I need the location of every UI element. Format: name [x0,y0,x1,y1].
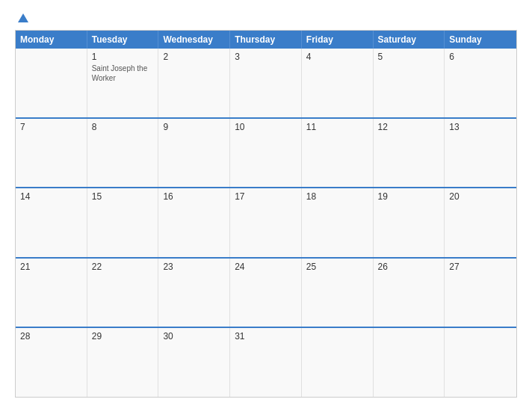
day-number: 24 [235,262,297,272]
calendar-cell [16,49,87,117]
day-number: 7 [20,122,82,132]
day-number: 3 [235,52,297,62]
calendar-cell [302,328,374,397]
calendar-cell: 19 [374,188,445,257]
day-number: 5 [378,52,440,62]
calendar-cell: 29 [87,328,159,397]
calendar-cell: 11 [302,119,374,188]
header-day-sunday: Sunday [445,31,516,49]
calendar-cell: 20 [445,188,516,257]
day-number: 13 [449,122,512,132]
header-day-tuesday: Tuesday [87,31,159,49]
calendar-cell: 13 [445,119,516,188]
day-number: 28 [20,331,82,342]
header-day-wednesday: Wednesday [158,31,230,49]
day-number: 6 [449,52,512,62]
calendar-cell: 24 [230,259,302,327]
day-number: 18 [306,191,368,202]
day-number: 22 [92,262,154,272]
calendar-cell: 7 [16,119,87,188]
calendar-cell: 30 [158,328,230,397]
calendar-week-5: 28293031 [16,327,516,397]
page: MondayTuesdayWednesdayThursdayFridaySatu… [0,0,532,411]
calendar-cell: 26 [374,259,445,327]
calendar-cell: 5 [374,49,445,117]
day-number: 11 [306,122,368,132]
calendar-cell: 16 [158,188,230,257]
calendar-cell: 25 [302,259,374,327]
day-number: 8 [92,122,154,132]
calendar-header-row: MondayTuesdayWednesdayThursdayFridaySatu… [16,31,516,49]
day-number: 16 [163,191,225,202]
day-number: 20 [449,191,512,202]
calendar: MondayTuesdayWednesdayThursdayFridaySatu… [15,30,517,398]
calendar-week-1: 1Saint Joseph the Worker23456 [16,49,516,117]
logo [15,13,28,22]
calendar-cell: 31 [230,328,302,397]
day-number: 29 [92,331,154,342]
calendar-cell: 2 [158,49,230,117]
day-number: 1 [92,52,154,62]
calendar-cell: 8 [87,119,159,188]
day-number: 2 [163,52,225,62]
day-number: 9 [163,122,225,132]
day-number: 12 [378,122,440,132]
header [15,13,517,22]
day-number: 19 [378,191,440,202]
calendar-week-3: 14151617181920 [16,187,516,257]
calendar-cell: 1Saint Joseph the Worker [87,49,159,117]
holiday-label: Saint Joseph the Worker [92,64,154,83]
day-number: 27 [449,262,512,272]
day-number: 21 [20,262,82,272]
day-number: 4 [306,52,368,62]
calendar-cell: 4 [302,49,374,117]
header-day-saturday: Saturday [374,31,445,49]
calendar-week-2: 78910111213 [16,117,516,188]
day-number: 26 [378,262,440,272]
calendar-cell: 3 [230,49,302,117]
calendar-cell: 6 [445,49,516,117]
day-number: 23 [163,262,225,272]
header-day-thursday: Thursday [230,31,302,49]
day-number: 17 [235,191,297,202]
calendar-cell [445,328,516,397]
calendar-cell [374,328,445,397]
calendar-cell: 18 [302,188,374,257]
day-number: 31 [235,331,297,342]
header-day-monday: Monday [16,31,87,49]
day-number: 15 [92,191,154,202]
calendar-body: 1Saint Joseph the Worker2345678910111213… [16,49,516,397]
calendar-cell: 12 [374,119,445,188]
calendar-cell: 28 [16,328,87,397]
calendar-cell: 23 [158,259,230,327]
calendar-week-4: 21222324252627 [16,257,516,327]
calendar-cell: 10 [230,119,302,188]
logo-triangle-icon [18,13,28,22]
calendar-cell: 14 [16,188,87,257]
header-day-friday: Friday [302,31,374,49]
calendar-cell: 17 [230,188,302,257]
day-number: 30 [163,331,225,342]
calendar-cell: 21 [16,259,87,327]
logo-blue-text [15,13,28,22]
day-number: 10 [235,122,297,132]
calendar-cell: 22 [87,259,159,327]
calendar-cell: 9 [158,119,230,188]
day-number: 14 [20,191,82,202]
day-number: 25 [306,262,368,272]
calendar-cell: 27 [445,259,516,327]
calendar-cell: 15 [87,188,159,257]
